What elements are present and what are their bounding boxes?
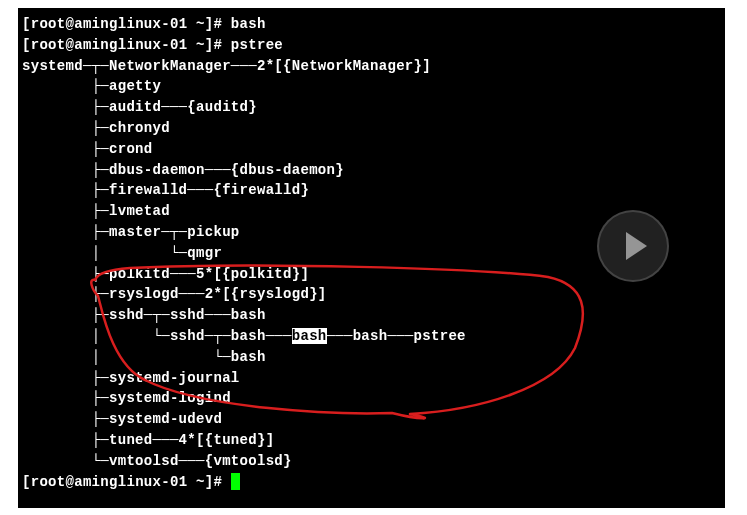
pstree-line: ├─sshd─┬─sshd───bash — [22, 305, 721, 326]
prompt-user: root — [31, 37, 66, 53]
command-pstree: pstree — [222, 37, 283, 53]
prompt-user: root — [31, 16, 66, 32]
pstree-line: │ └─bash — [22, 347, 721, 368]
pstree-line: ├─crond — [22, 139, 721, 160]
prompt-path: ~ — [196, 474, 205, 490]
prompt-line-3: [root@aminglinux-01 ~]# — [22, 472, 721, 493]
prompt-sep — [187, 16, 196, 32]
pstree-line: systemd─┬─NetworkManager───2*[{NetworkMa… — [22, 56, 721, 77]
play-icon — [626, 232, 647, 260]
command-bash: bash — [222, 16, 266, 32]
prompt-path: ~ — [196, 37, 205, 53]
cursor — [231, 473, 240, 490]
prompt-open: [ — [22, 474, 31, 490]
prompt-open: [ — [22, 16, 31, 32]
prompt-user: root — [31, 474, 66, 490]
pstree-line-highlighted: │ └─sshd─┬─bash───bash───bash───pstree — [22, 326, 721, 347]
pstree-line: ├─firewalld───{firewalld} — [22, 180, 721, 201]
pstree-line: ├─systemd-logind — [22, 388, 721, 409]
pstree-line: ├─tuned───4*[{tuned}] — [22, 430, 721, 451]
prompt-empty — [222, 474, 231, 490]
pstree-line: ├─agetty — [22, 76, 721, 97]
prompt-host: aminglinux-01 — [74, 16, 187, 32]
prompt-close: ]# — [205, 16, 222, 32]
pstree-line: ├─rsyslogd───2*[{rsyslogd}] — [22, 284, 721, 305]
prompt-at: @ — [66, 474, 75, 490]
pstree-line: ├─systemd-journal — [22, 368, 721, 389]
pstree-line: ├─dbus-daemon───{dbus-daemon} — [22, 160, 721, 181]
play-button[interactable] — [597, 210, 669, 282]
pstree-line: ├─auditd───{auditd} — [22, 97, 721, 118]
prompt-close: ]# — [205, 37, 222, 53]
prompt-at: @ — [66, 37, 75, 53]
prompt-sep — [187, 37, 196, 53]
prompt-line-2: [root@aminglinux-01 ~]# pstree — [22, 35, 721, 56]
prompt-at: @ — [66, 16, 75, 32]
prompt-host: aminglinux-01 — [74, 474, 187, 490]
prompt-close: ]# — [205, 474, 222, 490]
pstree-segment: ───bash───pstree — [327, 328, 466, 344]
pstree-line: ├─systemd-udevd — [22, 409, 721, 430]
prompt-host: aminglinux-01 — [74, 37, 187, 53]
prompt-open: [ — [22, 37, 31, 53]
pstree-line: ├─chronyd — [22, 118, 721, 139]
highlighted-bash: bash — [292, 328, 327, 344]
prompt-path: ~ — [196, 16, 205, 32]
prompt-sep — [187, 474, 196, 490]
pstree-segment: │ └─sshd─┬─bash─── — [22, 328, 292, 344]
prompt-line-1: [root@aminglinux-01 ~]# bash — [22, 14, 721, 35]
pstree-line: └─vmtoolsd───{vmtoolsd} — [22, 451, 721, 472]
